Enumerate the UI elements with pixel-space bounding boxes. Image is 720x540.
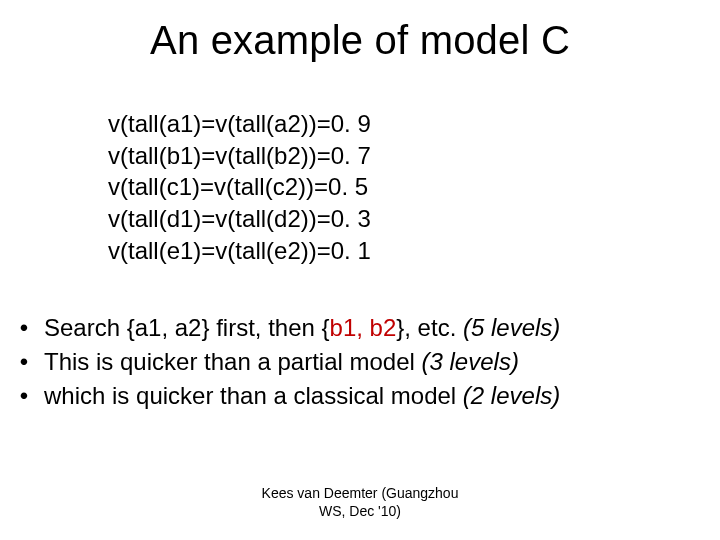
bullet-marker: •	[18, 380, 30, 412]
bullet-mid: }, etc.	[396, 314, 463, 341]
bullet-ital: (3 levels)	[422, 348, 519, 375]
bullet-pre: Search {a1, a2} first, then {	[44, 314, 330, 341]
equation-line: v(tall(e1)=v(tall(e2))=0. 1	[108, 235, 371, 267]
bullet-pre: This is quicker than a partial model	[44, 348, 422, 375]
bullet-marker: •	[18, 346, 30, 378]
bullet-marker: •	[18, 312, 30, 344]
bullet-text: Search {a1, a2} first, then {b1, b2}, et…	[44, 312, 702, 344]
equation-line: v(tall(a1)=v(tall(a2))=0. 9	[108, 108, 371, 140]
slide: An example of model C v(tall(a1)=v(tall(…	[0, 0, 720, 540]
bullet-highlight: b1, b2	[330, 314, 397, 341]
slide-title: An example of model C	[0, 18, 720, 63]
bullet-item: • This is quicker than a partial model (…	[18, 346, 702, 378]
equation-line: v(tall(b1)=v(tall(b2))=0. 7	[108, 140, 371, 172]
bullet-text: This is quicker than a partial model (3 …	[44, 346, 702, 378]
bullet-item: • Search {a1, a2} first, then {b1, b2}, …	[18, 312, 702, 344]
bullet-text: which is quicker than a classical model …	[44, 380, 702, 412]
bullet-ital: (5 levels)	[463, 314, 560, 341]
bullet-ital: (2 levels)	[463, 382, 560, 409]
footer-line: Kees van Deemter (Guangzhou	[0, 485, 720, 503]
equation-block: v(tall(a1)=v(tall(a2))=0. 9 v(tall(b1)=v…	[108, 108, 371, 266]
bullet-pre: which is quicker than a classical model	[44, 382, 463, 409]
equation-line: v(tall(d1)=v(tall(d2))=0. 3	[108, 203, 371, 235]
equation-line: v(tall(c1)=v(tall(c2))=0. 5	[108, 171, 371, 203]
footer-line: WS, Dec '10)	[0, 503, 720, 521]
bullet-list: • Search {a1, a2} first, then {b1, b2}, …	[18, 312, 702, 414]
slide-footer: Kees van Deemter (Guangzhou WS, Dec '10)	[0, 485, 720, 520]
bullet-item: • which is quicker than a classical mode…	[18, 380, 702, 412]
